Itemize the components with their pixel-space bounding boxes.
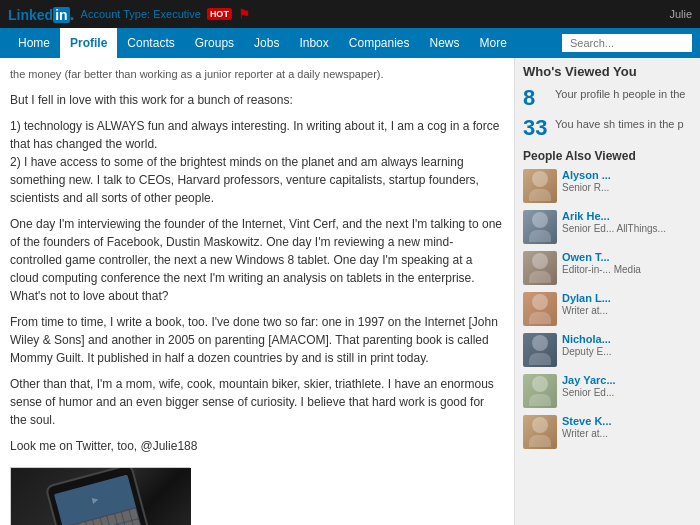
stat1-num: 8 xyxy=(523,87,555,109)
person-name: Owen T... xyxy=(562,251,692,264)
logo-in: in xyxy=(53,7,69,23)
people-also-title: People Also Viewed xyxy=(523,149,692,163)
person-row[interactable]: Alyson ... Senior R... xyxy=(523,169,692,203)
logo-text: Linked xyxy=(8,7,53,23)
person-name: Arik He... xyxy=(562,210,692,223)
stat1-text: Your profile h people in the xyxy=(555,87,685,101)
person-name: Steve K... xyxy=(562,415,692,428)
phone-sim: ▶ xyxy=(45,468,158,526)
nav-profile[interactable]: Profile xyxy=(60,28,117,58)
person-name: Alyson ... xyxy=(562,169,692,182)
user-name: Julie xyxy=(669,8,692,20)
navbar: Home Profile Contacts Groups Jobs Inbox … xyxy=(0,28,700,58)
para-2: But I fell in love with this work for a … xyxy=(10,91,504,109)
main-content: the money (far better than working as a … xyxy=(0,58,515,525)
nav-inbox[interactable]: Inbox xyxy=(289,28,338,58)
person-avatar xyxy=(523,169,557,203)
person-avatar xyxy=(523,251,557,285)
sidebar: Who's Viewed You 8 Your profile h people… xyxy=(515,58,700,525)
search-box xyxy=(562,34,692,52)
person-avatar xyxy=(523,333,557,367)
person-row[interactable]: Arik He... Senior Ed... AllThings... xyxy=(523,210,692,244)
para-5: From time to time, I write a book, too. … xyxy=(10,313,504,367)
person-name: Nichola... xyxy=(562,333,692,346)
image-block: ▶ Here's A video review I did some tim xyxy=(10,467,190,526)
para-7: Look me on Twitter, too, @Julie188 xyxy=(10,437,504,455)
person-avatar xyxy=(523,210,557,244)
stat2-text: You have sh times in the p xyxy=(555,117,684,131)
nav-more[interactable]: More xyxy=(470,28,517,58)
content-area: the money (far better than working as a … xyxy=(0,58,700,525)
account-type-label: Account Type: Executive xyxy=(81,8,201,20)
person-row[interactable]: Jay Yarc... Senior Ed... xyxy=(523,374,692,408)
phone-image: ▶ xyxy=(11,468,191,526)
person-row[interactable]: Owen T... Editor-in-... Media xyxy=(523,251,692,285)
person-title: Writer at... xyxy=(562,428,692,440)
person-title: Senior Ed... xyxy=(562,387,692,399)
person-name: Jay Yarc... xyxy=(562,374,692,387)
people-list: Alyson ... Senior R... Arik He... Senior… xyxy=(523,169,692,449)
para-4: One day I'm interviewing the founder of … xyxy=(10,215,504,305)
nav-news[interactable]: News xyxy=(420,28,470,58)
person-title: Editor-in-... Media xyxy=(562,264,692,276)
stat-row-1: 8 Your profile h people in the xyxy=(523,87,692,109)
flag-icon: ⚑ xyxy=(238,6,251,22)
person-title: Senior Ed... AllThings... xyxy=(562,223,692,235)
para-6: Other than that, I'm a mom, wife, cook, … xyxy=(10,375,504,429)
nav-jobs[interactable]: Jobs xyxy=(244,28,289,58)
nav-home[interactable]: Home xyxy=(8,28,60,58)
account-type-value: Executive xyxy=(153,8,201,20)
top-bar: Linkedin. Account Type: Executive HOT ⚑ … xyxy=(0,0,700,28)
linkedin-logo: Linkedin. xyxy=(8,5,75,23)
person-avatar xyxy=(523,292,557,326)
para-3: 1) technology is ALWAYS fun and always i… xyxy=(10,117,504,207)
person-row[interactable]: Dylan L... Writer at... xyxy=(523,292,692,326)
person-row[interactable]: Nichola... Deputy E... xyxy=(523,333,692,367)
person-avatar xyxy=(523,374,557,408)
person-avatar xyxy=(523,415,557,449)
para-1: the money (far better than working as a … xyxy=(10,66,504,83)
person-title: Senior R... xyxy=(562,182,692,194)
person-row[interactable]: Steve K... Writer at... xyxy=(523,415,692,449)
person-title: Writer at... xyxy=(562,305,692,317)
who-viewed-title: Who's Viewed You xyxy=(523,64,692,79)
nav-companies[interactable]: Companies xyxy=(339,28,420,58)
person-title: Deputy E... xyxy=(562,346,692,358)
stat-row-2: 33 You have sh times in the p xyxy=(523,117,692,139)
people-also-section: People Also Viewed Alyson ... Senior R..… xyxy=(523,149,692,449)
nav-contacts[interactable]: Contacts xyxy=(117,28,184,58)
person-name: Dylan L... xyxy=(562,292,692,305)
hot-badge: HOT xyxy=(207,8,232,20)
stat2-num: 33 xyxy=(523,117,555,139)
phone-screen: ▶ xyxy=(54,474,145,525)
search-input[interactable] xyxy=(562,34,692,52)
nav-groups[interactable]: Groups xyxy=(185,28,244,58)
